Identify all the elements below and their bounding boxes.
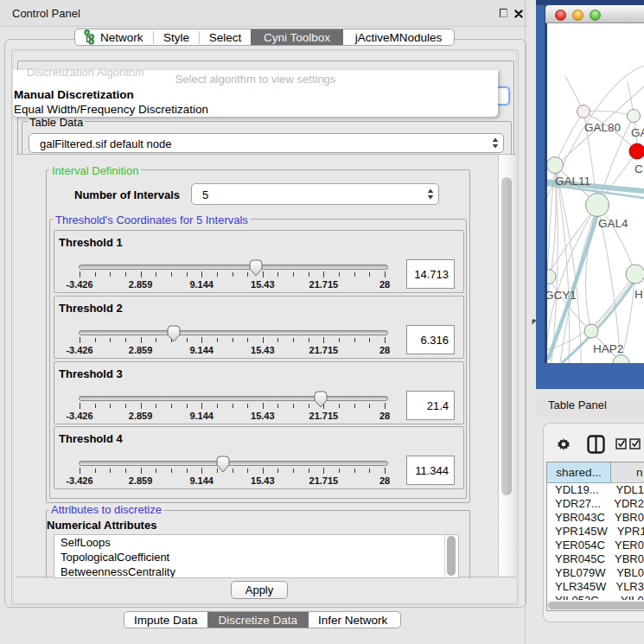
- svg-text:GA: GA: [631, 126, 644, 139]
- svg-text:GAL80: GAL80: [584, 121, 621, 134]
- svg-text:GAL4: GAL4: [598, 217, 628, 230]
- svg-text:C: C: [634, 163, 643, 175]
- svg-text:GCY1: GCY1: [547, 289, 577, 302]
- svg-text:GAL11: GAL11: [555, 175, 590, 188]
- svg-text:HAP2: HAP2: [593, 342, 623, 355]
- svg-text:H: H: [634, 288, 643, 301]
